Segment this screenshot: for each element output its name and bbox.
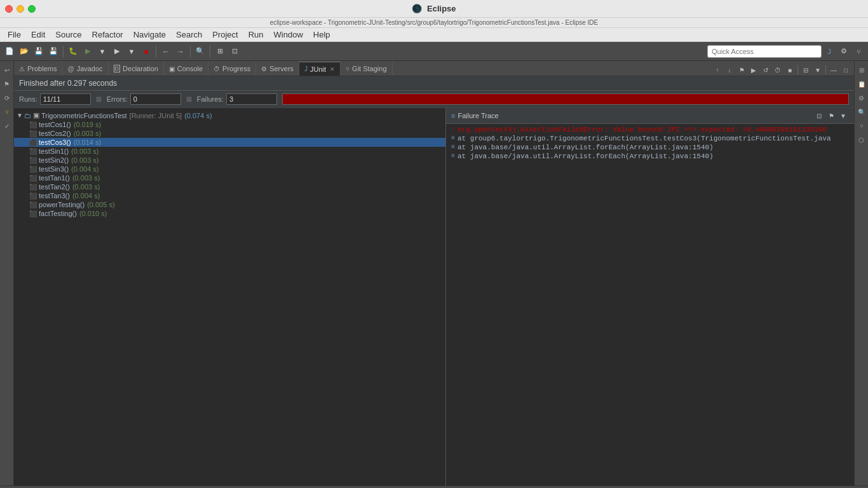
tab-stop-btn[interactable]: ■ <box>784 64 796 76</box>
menu-run[interactable]: Run <box>243 29 269 41</box>
menu-refactor[interactable]: Refactor <box>87 29 128 41</box>
menu-navigate[interactable]: Navigate <box>128 29 171 41</box>
testtan2-name: testTan2() <box>39 183 70 191</box>
toolbar-new-btn[interactable]: 📄 <box>3 44 17 58</box>
toolbar-perspective-btn[interactable]: ⊞ <box>213 44 227 58</box>
testtan2-icon: ⬛ <box>29 184 37 191</box>
junit-tab-close[interactable]: ✕ <box>330 66 335 72</box>
tab-layout-btn[interactable]: ⊟ <box>800 64 811 76</box>
trace-filter-btn[interactable]: ⚑ <box>825 110 837 121</box>
tab-junit[interactable]: J JUnit ✕ <box>299 62 341 76</box>
tree-item-powertesting[interactable]: ⬛ powerTesting() (0.005 s) <box>14 200 445 209</box>
tab-rerun-fail-btn[interactable]: ↺ <box>760 64 771 76</box>
trace-line-2[interactable]: ≡ at group6.taylortrigo.TrigonometricFun… <box>446 134 854 143</box>
sidebar-restore-btn[interactable]: ↩ <box>1 64 13 76</box>
menu-window[interactable]: Window <box>269 29 308 41</box>
toolbar-persp-git-btn[interactable]: ⑂ <box>851 44 865 58</box>
testsin2-icon: ⬛ <box>29 157 37 164</box>
tree-item-testtan3[interactable]: ⬛ testTan3() (0.004 s) <box>14 191 445 200</box>
tree-item-testcos3[interactable]: ⬛ testCos3() (0.014 s) <box>14 138 445 147</box>
minimize-button[interactable] <box>17 5 24 13</box>
tab-rerun-btn[interactable]: ▶ <box>748 64 759 76</box>
traffic-lights <box>5 5 36 13</box>
toolbar-open-persp-btn[interactable]: ⊡ <box>227 44 241 58</box>
maximize-button[interactable] <box>28 5 36 13</box>
tab-declaration[interactable]: D Declaration <box>109 62 164 76</box>
runs-group: Runs: 11/11 <box>19 93 91 105</box>
tree-item-testsin1[interactable]: ⬛ testSin1() (0.003 s) <box>14 147 445 156</box>
tree-item-testtan2[interactable]: ⬛ testTan2() (0.003 s) <box>14 182 445 191</box>
trace-line-4[interactable]: ≡ at java.base/java.util.ArrayList.forEa… <box>446 152 854 161</box>
toolbar-save-btn[interactable]: 💾 <box>32 44 46 58</box>
sidebar-markers-btn[interactable]: ⚑ <box>1 78 13 90</box>
toolbar-persp-debug-btn[interactable]: ⚙ <box>837 44 851 58</box>
failure-trace-content: ! org.opentest4j.AssertionFailedError: V… <box>446 124 854 485</box>
tab-javadoc[interactable]: @ Javadoc <box>62 62 108 76</box>
toolbar-search-btn[interactable]: 🔍 <box>193 44 207 58</box>
content-area: ⚠ Problems @ Javadoc D Declaration ▣ Con… <box>14 61 854 485</box>
tree-item-testtan1[interactable]: ⬛ testTan1() (0.003 s) <box>14 173 445 182</box>
tab-maximize-btn[interactable]: □ <box>840 64 851 76</box>
toolbar-run2-dropdown-btn[interactable]: ▼ <box>125 44 139 58</box>
toolbar-run-btn[interactable]: ▶ <box>81 44 95 58</box>
toolbar-persp-java-btn[interactable]: J <box>822 44 836 58</box>
tree-item-facttesting[interactable]: ⬛ factTesting() (0.010 s) <box>14 209 445 218</box>
menu-search[interactable]: Search <box>171 29 207 41</box>
menu-project[interactable]: Project <box>207 29 243 41</box>
tab-servers[interactable]: ⚙ Servers <box>256 62 299 76</box>
sidebar-git-btn[interactable]: ⑂ <box>1 105 13 118</box>
right-sidebar-btn-2[interactable]: 📋 <box>855 78 868 90</box>
toolbar-debug-btn[interactable]: 🐛 <box>66 44 80 58</box>
toolbar-stop-btn[interactable]: ■ <box>139 44 153 58</box>
toolbar-save-all-btn[interactable]: 💾 <box>46 44 60 58</box>
right-sidebar-btn-6[interactable]: ⬡ <box>855 133 868 146</box>
menu-edit[interactable]: Edit <box>26 29 50 41</box>
menu-source[interactable]: Source <box>50 29 86 41</box>
right-sidebar-btn-5[interactable]: ⑂ <box>855 119 868 132</box>
tab-problems[interactable]: ⚠ Problems <box>14 62 62 76</box>
tree-item-testcos1[interactable]: ⬛ testCos1() (0.019 s) <box>14 120 445 129</box>
tab-show-fail-only-btn[interactable]: ⚑ <box>736 64 747 76</box>
tab-prev-fail-btn[interactable]: ↑ <box>712 64 723 76</box>
collapse-arrow: ▼ <box>17 112 23 119</box>
right-sidebar-btn-3[interactable]: ⚙ <box>855 92 868 104</box>
tab-minimize-btn[interactable]: — <box>828 64 839 76</box>
right-sidebar-btn-1[interactable]: ⊞ <box>855 64 868 76</box>
servers-icon: ⚙ <box>261 65 267 72</box>
tree-item-testsin3[interactable]: ⬛ testSin3() (0.004 s) <box>14 165 445 173</box>
tree-item-testsin2[interactable]: ⬛ testSin2() (0.003 s) <box>14 156 445 165</box>
sidebar-tasks-btn[interactable]: ✓ <box>1 119 13 132</box>
menu-help[interactable]: Help <box>308 29 336 41</box>
tab-next-fail-btn[interactable]: ↓ <box>724 64 735 76</box>
trace-options-btn[interactable]: ▼ <box>837 110 849 121</box>
trace-line-1[interactable]: ! org.opentest4j.AssertionFailedError: V… <box>446 125 854 134</box>
quick-access-input[interactable] <box>707 45 822 58</box>
trace-copy-btn[interactable]: ⊡ <box>813 110 825 121</box>
junit-stats-bar: Runs: 11/11 ☒ Errors: 0 ☒ Failures: 3 <box>14 91 854 108</box>
testcos1-name: testCos1() <box>39 121 71 128</box>
tree-item-testcos2[interactable]: ⬛ testCos2() (0.003 s) <box>14 129 445 138</box>
tree-root-item[interactable]: ▼ 🗀 ▣ TrigonometricFunctionsTest [Runner… <box>14 111 445 120</box>
tab-progress[interactable]: ⏱ Progress <box>208 62 256 76</box>
testsin3-time: (0.004 s) <box>71 165 98 173</box>
tab-console[interactable]: ▣ Console <box>164 62 208 76</box>
app-name: 🌑 Eclipse <box>412 4 456 13</box>
close-button[interactable] <box>5 5 13 13</box>
toolbar-open-btn[interactable]: 📂 <box>17 44 31 58</box>
tab-git-staging[interactable]: ⑂ Git Staging <box>341 62 392 76</box>
trace-line-3[interactable]: ≡ at java.base/java.util.ArrayList.forEa… <box>446 143 854 152</box>
test-tree[interactable]: ▼ 🗀 ▣ TrigonometricFunctionsTest [Runner… <box>14 108 446 485</box>
sidebar-sync-btn[interactable]: ⟳ <box>1 92 13 104</box>
right-sidebar-btn-4[interactable]: 🔍 <box>855 105 868 118</box>
toolbar-run-dropdown-btn[interactable]: ▼ <box>95 44 109 58</box>
root-junit-icon: ▣ <box>33 111 39 119</box>
testcos3-name: testCos3() <box>39 139 71 146</box>
tab-history-btn[interactable]: ⏱ <box>772 64 783 76</box>
menu-file[interactable]: File <box>3 29 26 41</box>
tab-options-btn[interactable]: ▼ <box>812 64 824 76</box>
toolbar-run2-btn[interactable]: ▶ <box>110 44 124 58</box>
testtan3-icon: ⬛ <box>29 193 37 200</box>
toolbar-next-btn[interactable]: → <box>173 44 187 58</box>
failure-trace-title: ≡ Failure Trace <box>451 112 499 119</box>
toolbar-prev-btn[interactable]: ← <box>159 44 173 58</box>
